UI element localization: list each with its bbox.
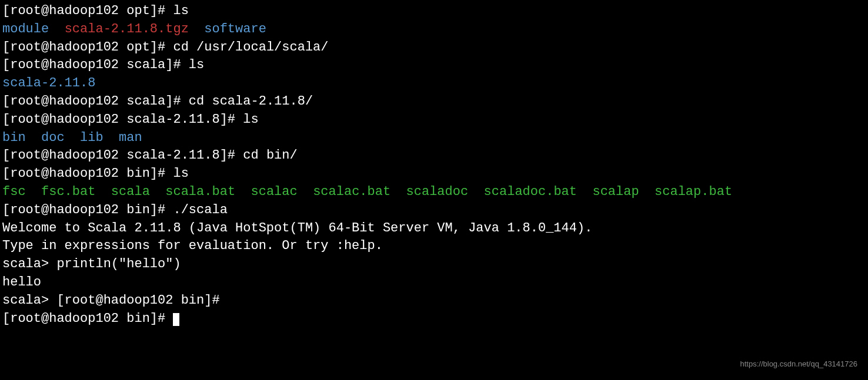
terminal-line: [root@hadoop102 opt]# ls [0,2,868,21]
cursor [173,313,179,326]
terminal-line: [root@hadoop102 scala]# ls [0,56,868,75]
exec-entry: scalac [251,184,298,199]
spacer [150,184,165,199]
spacer [26,184,41,199]
exec-entry: scaladoc.bat [484,184,577,199]
shell-prompt: [root@hadoop102 scala]# [2,58,189,72]
terminal-line: bin doc lib man [0,129,868,147]
dir-entry: doc [41,130,65,145]
spacer [468,184,483,199]
terminal-line: [root@hadoop102 scala-2.11.8]# ls [0,111,868,129]
spacer [189,22,204,36]
command: cd bin/ [243,148,297,163]
spacer [104,130,119,145]
spacer [26,130,41,145]
archive-entry: scala-2.11.8.tgz [65,22,189,36]
scala-prompt: scala> [2,293,56,308]
spacer [95,184,111,199]
shell-prompt: [root@hadoop102 opt]# [2,4,173,18]
spacer [390,184,406,199]
spacer [49,22,64,36]
exec-entry: scaladoc [406,184,469,199]
shell-prompt: [root@hadoop102 scala-2.11.8]# [2,112,243,127]
terminal-line: scala> [root@hadoop102 bin]# [0,292,868,310]
command: cd /usr/local/scala/ [173,40,328,55]
dir-entry: module [2,22,49,36]
command: ls [173,4,188,18]
scala-prompt: scala> [2,257,56,271]
exec-entry: scala [111,184,150,199]
terminal-line: [root@hadoop102 bin]# ls [0,165,868,183]
dir-entry: scala-2.11.8 [2,76,95,90]
spacer [298,184,313,199]
dir-entry: software [204,22,266,36]
output-text: hello [0,274,868,292]
dir-entry: lib [80,130,104,145]
shell-prompt: [root@hadoop102 scala]# [2,94,189,109]
exec-entry: fsc [2,184,26,199]
shell-prompt: [root@hadoop102 bin]# [56,293,227,308]
output-text: Type in expressions for evaluation. Or t… [0,237,868,255]
terminal-line: fsc fsc.bat scala scala.bat scalac scala… [0,183,868,201]
terminal-line: scala-2.11.8 [0,75,868,93]
command: cd scala-2.11.8/ [189,94,313,109]
exec-entry: scalac.bat [313,184,390,199]
shell-prompt: [root@hadoop102 bin]# [2,203,173,217]
command: println("hello") [56,257,181,271]
output-text: Welcome to Scala 2.11.8 (Java HotSpot(TM… [0,220,868,238]
command: ls [173,166,188,181]
spacer [577,184,592,199]
terminal-line: [root@hadoop102 scala-2.11.8]# cd bin/ [0,147,868,165]
dir-entry: bin [2,130,26,145]
command: ./scala [173,203,227,217]
shell-prompt: [root@hadoop102 bin]# [2,166,173,181]
shell-prompt: [root@hadoop102 opt]# [2,40,173,55]
spacer [65,130,80,145]
terminal-line[interactable]: [root@hadoop102 bin]# [0,310,868,328]
terminal-line: scala> println("hello") [0,255,868,274]
command: ls [243,112,258,127]
terminal-line: [root@hadoop102 bin]# ./scala [0,201,868,220]
terminal-line: [root@hadoop102 opt]# cd /usr/local/scal… [0,39,868,57]
spacer [639,184,655,199]
spacer [235,184,251,199]
terminal-line: module scala-2.11.8.tgz software [0,21,868,39]
exec-entry: fsc.bat [41,184,95,199]
exec-entry: scalap.bat [655,184,732,199]
watermark-text: https://blog.csdn.net/qq_43141726 [740,359,858,369]
exec-entry: scalap [592,184,639,199]
exec-entry: scala.bat [165,184,235,199]
terminal-line: [root@hadoop102 scala]# cd scala-2.11.8/ [0,93,868,111]
shell-prompt: [root@hadoop102 bin]# [2,311,173,326]
shell-prompt: [root@hadoop102 scala-2.11.8]# [2,148,243,163]
command: ls [189,58,204,72]
dir-entry: man [119,130,142,145]
